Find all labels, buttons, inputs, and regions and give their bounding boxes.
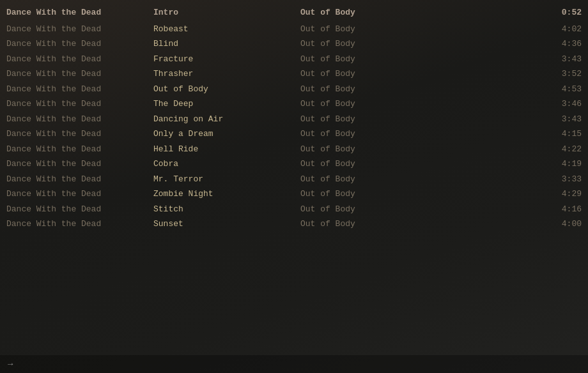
track-artist: Dance With the Dead bbox=[6, 113, 153, 126]
table-row[interactable]: Dance With the DeadMr. TerrorOut of Body… bbox=[0, 172, 588, 187]
track-title: Dancing on Air bbox=[153, 113, 300, 126]
track-album: Out of Body bbox=[300, 188, 447, 201]
track-duration: 4:00 bbox=[447, 218, 582, 231]
track-title: Stitch bbox=[153, 203, 300, 216]
table-row[interactable]: Dance With the DeadCobraOut of Body4:19 bbox=[0, 156, 588, 172]
table-row[interactable]: Dance With the DeadFractureOut of Body3:… bbox=[0, 52, 588, 67]
track-album: Out of Body bbox=[300, 68, 447, 80]
track-title: Cobra bbox=[153, 158, 300, 171]
track-duration: 3:46 bbox=[447, 98, 582, 110]
table-row[interactable]: Dance With the DeadThrasherOut of Body3:… bbox=[0, 66, 588, 82]
track-title: Out of Body bbox=[153, 83, 300, 96]
track-title: Robeast bbox=[153, 23, 300, 36]
track-album: Out of Body bbox=[300, 38, 447, 50]
track-duration: 4:19 bbox=[447, 158, 582, 171]
track-artist: Dance With the Dead bbox=[6, 98, 153, 110]
track-duration: 4:29 bbox=[447, 188, 582, 201]
track-duration: 3:33 bbox=[447, 173, 582, 186]
track-album: Out of Body bbox=[300, 23, 447, 36]
track-album: Out of Body bbox=[300, 143, 447, 156]
track-title: Blind bbox=[153, 38, 300, 50]
track-album: Out of Body bbox=[300, 113, 447, 126]
track-artist: Dance With the Dead bbox=[6, 203, 153, 216]
track-list: Dance With the Dead Intro Out of Body 0:… bbox=[0, 0, 588, 237]
track-duration: 4:22 bbox=[447, 143, 582, 156]
bottom-bar: → bbox=[0, 355, 588, 373]
track-title: Only a Dream bbox=[153, 128, 300, 141]
track-album: Out of Body bbox=[300, 83, 447, 96]
track-album: Out of Body bbox=[300, 128, 447, 141]
track-artist: Dance With the Dead bbox=[6, 83, 153, 96]
track-title: The Deep bbox=[153, 98, 300, 110]
track-title: Fracture bbox=[153, 53, 300, 66]
track-title: Zombie Night bbox=[153, 188, 300, 201]
track-duration: 4:53 bbox=[447, 83, 582, 96]
table-row[interactable]: Dance With the DeadThe DeepOut of Body3:… bbox=[0, 96, 588, 112]
table-row[interactable]: Dance With the DeadDancing on AirOut of … bbox=[0, 112, 588, 127]
track-artist: Dance With the Dead bbox=[6, 53, 153, 66]
track-album: Out of Body bbox=[300, 158, 447, 171]
track-artist: Dance With the Dead bbox=[6, 158, 153, 171]
arrow-icon: → bbox=[8, 359, 13, 369]
track-duration: 4:36 bbox=[447, 38, 582, 50]
table-row[interactable]: Dance With the DeadOut of BodyOut of Bod… bbox=[0, 82, 588, 97]
track-album: Out of Body bbox=[300, 173, 447, 186]
header-artist: Dance With the Dead bbox=[6, 6, 153, 19]
track-title: Hell Ride bbox=[153, 143, 300, 156]
track-duration: 3:43 bbox=[447, 53, 582, 66]
table-row[interactable]: Dance With the DeadBlindOut of Body4:36 bbox=[0, 36, 588, 52]
header-title: Intro bbox=[153, 6, 300, 19]
table-row[interactable]: Dance With the DeadSunsetOut of Body4:00 bbox=[0, 217, 588, 232]
track-duration: 4:16 bbox=[447, 203, 582, 216]
track-artist: Dance With the Dead bbox=[6, 128, 153, 141]
track-artist: Dance With the Dead bbox=[6, 23, 153, 36]
track-album: Out of Body bbox=[300, 218, 447, 231]
track-title: Mr. Terror bbox=[153, 173, 300, 186]
track-title: Thrasher bbox=[153, 68, 300, 80]
track-artist: Dance With the Dead bbox=[6, 173, 153, 186]
table-row[interactable]: Dance With the DeadRobeastOut of Body4:0… bbox=[0, 22, 588, 37]
table-row[interactable]: Dance With the DeadHell RideOut of Body4… bbox=[0, 142, 588, 157]
track-album: Out of Body bbox=[300, 203, 447, 216]
track-artist: Dance With the Dead bbox=[6, 143, 153, 156]
track-list-header: Dance With the Dead Intro Out of Body 0:… bbox=[0, 5, 588, 22]
header-duration: 0:52 bbox=[447, 6, 582, 19]
table-row[interactable]: Dance With the DeadOnly a DreamOut of Bo… bbox=[0, 126, 588, 142]
track-duration: 4:15 bbox=[447, 128, 582, 141]
track-artist: Dance With the Dead bbox=[6, 68, 153, 80]
track-duration: 3:52 bbox=[447, 68, 582, 80]
track-artist: Dance With the Dead bbox=[6, 38, 153, 50]
track-duration: 4:02 bbox=[447, 23, 582, 36]
table-row[interactable]: Dance With the DeadZombie NightOut of Bo… bbox=[0, 187, 588, 202]
track-duration: 3:43 bbox=[447, 113, 582, 126]
track-album: Out of Body bbox=[300, 98, 447, 110]
track-artist: Dance With the Dead bbox=[6, 188, 153, 201]
track-album: Out of Body bbox=[300, 53, 447, 66]
track-artist: Dance With the Dead bbox=[6, 218, 153, 231]
table-row[interactable]: Dance With the DeadStitchOut of Body4:16 bbox=[0, 202, 588, 217]
header-album: Out of Body bbox=[300, 6, 447, 19]
track-title: Sunset bbox=[153, 218, 300, 231]
